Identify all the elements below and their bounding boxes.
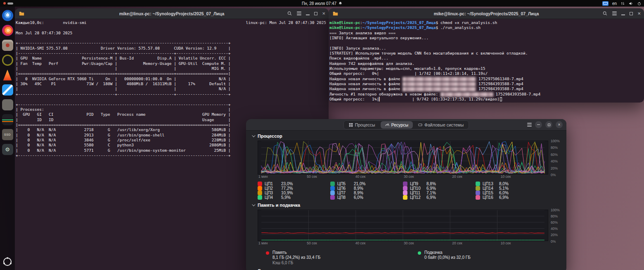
analysis-script-output: mike@linux-pc:~/SynologyProjects/2025_07… bbox=[329, 20, 642, 102]
cpu-legend-item: ЦП68,9% bbox=[330, 186, 403, 191]
window-title: mike@linux-pc: ~/SynologyProjects/2025_0… bbox=[329, 11, 644, 16]
tab-processes[interactable]: Процессы bbox=[344, 121, 380, 129]
cpu-legend-item: ЦП277,2% bbox=[258, 186, 330, 191]
screen-share-icon[interactable] bbox=[602, 1, 608, 6]
cpu-legend-item: ЦП521,0% bbox=[330, 182, 403, 186]
memory-legend: Память 8,1 ГБ (24,2%) из 33,4 ГБ Кэш 6,0… bbox=[258, 250, 406, 266]
cpu-legend-item: ЦП138,0% bbox=[476, 182, 548, 186]
swap-color-dot bbox=[418, 251, 421, 255]
memory-color-dot bbox=[266, 251, 269, 255]
maximize-button[interactable] bbox=[545, 121, 552, 128]
cpu-legend-item: ЦП166,9% bbox=[476, 195, 548, 200]
notification-bell-icon bbox=[339, 2, 342, 5]
app-icon-firefox[interactable] bbox=[2, 25, 13, 36]
memory-chart: 1 мин50 сек40 сек30 сек20 сек10 сек 100%… bbox=[258, 210, 548, 246]
redacted-text bbox=[402, 77, 476, 81]
clock: Пн, 28 июля 07:47 bbox=[302, 1, 336, 6]
cpu-section-header[interactable]: Процессор bbox=[246, 131, 566, 141]
folder-icon bbox=[19, 11, 24, 16]
cpu-legend-item: ЦП123,0% bbox=[258, 182, 330, 186]
memory-section-header[interactable]: Память и подкачка bbox=[246, 200, 566, 210]
cpu-legend-item: ЦП117,1% bbox=[403, 191, 476, 195]
app-icon-system-monitor[interactable] bbox=[2, 114, 13, 125]
app-icon-settings[interactable]: ⚙ bbox=[2, 144, 13, 155]
cpu-legend: ЦП123,0%ЦП277,2%ЦП310,9%ЦП45,9%ЦП521,0%Ц… bbox=[258, 182, 566, 200]
close-button[interactable]: × bbox=[637, 11, 641, 16]
app-icon-flame-a[interactable] bbox=[2, 69, 13, 81]
redacted-text bbox=[402, 82, 476, 86]
close-button[interactable]: × bbox=[556, 121, 563, 128]
cpu-legend-item: ЦП156,0% bbox=[476, 191, 548, 195]
redacted-text bbox=[402, 87, 476, 91]
app-icon-chromium[interactable] bbox=[2, 10, 13, 21]
cpu-legend-item: ЦП145,1% bbox=[476, 186, 548, 191]
resources-tab-icon bbox=[385, 123, 389, 127]
show-apps-ubuntu-logo[interactable] bbox=[3, 258, 12, 266]
search-icon[interactable] bbox=[287, 11, 292, 16]
terminal-left-titlebar[interactable]: mike@linux-pc: ~/SynologyProjects/2025_0… bbox=[15, 8, 329, 19]
menu-icon[interactable] bbox=[297, 12, 301, 15]
system-monitor-headerbar[interactable]: Процессы Ресурсы Файловые системы × bbox=[246, 119, 566, 131]
power-icon[interactable] bbox=[637, 1, 642, 6]
tab-filesystems[interactable]: Файловые системы bbox=[414, 121, 468, 129]
cpu-legend-item: ЦП98,8% bbox=[403, 182, 476, 186]
maximize-button[interactable] bbox=[314, 12, 317, 15]
redacted-text bbox=[440, 92, 493, 97]
minimize-button[interactable] bbox=[535, 121, 542, 128]
app-icon-editor[interactable] bbox=[2, 99, 13, 110]
recording-indicator-dot bbox=[3, 2, 6, 5]
cpu-legend-item: ЦП45,9% bbox=[258, 195, 330, 200]
app-icon-camera[interactable] bbox=[2, 55, 13, 66]
minimize-button[interactable] bbox=[306, 14, 310, 15]
terminal-cursor bbox=[500, 97, 502, 101]
cpu-legend-item: ЦП78,9% bbox=[330, 191, 403, 195]
cpu-legend-item: ЦП86,0% bbox=[330, 195, 403, 200]
app-icon-vscode[interactable] bbox=[2, 84, 13, 96]
minimize-button[interactable] bbox=[621, 14, 625, 15]
window-title: mike@linux-pc: ~/SynologyProjects/2025_0… bbox=[15, 11, 329, 16]
dock: SSD⚙ bbox=[0, 7, 15, 270]
app-icon-files[interactable] bbox=[2, 40, 13, 51]
folder-icon bbox=[333, 11, 338, 16]
app-icon-disks[interactable]: SSD bbox=[2, 129, 13, 140]
terminal-right-body[interactable]: mike@linux-pc:~/SynologyProjects/2025_07… bbox=[329, 19, 644, 103]
swap-legend: Подкачка 0 байт (0,0%) из 32,0 ГБ bbox=[406, 250, 471, 266]
menu-icon[interactable] bbox=[527, 123, 532, 126]
search-icon[interactable] bbox=[602, 11, 608, 16]
menu-icon[interactable] bbox=[612, 12, 617, 15]
clock-menu[interactable]: Пн, 28 июля 07:47 bbox=[302, 0, 342, 7]
maximize-button[interactable] bbox=[630, 12, 633, 15]
cpu-chart: 1 мин50 сек40 сек30 сек20 сек10 сек 100%… bbox=[258, 141, 548, 179]
system-monitor-window: Процессы Ресурсы Файловые системы × Проц… bbox=[246, 119, 566, 270]
terminal-right-titlebar[interactable]: mike@linux-pc: ~/SynologyProjects/2025_0… bbox=[329, 8, 644, 19]
terminal-window-right: mike@linux-pc: ~/SynologyProjects/2025_0… bbox=[329, 8, 644, 103]
close-button[interactable]: × bbox=[322, 11, 325, 16]
chevron-down-icon bbox=[252, 268, 255, 270]
volume-icon[interactable] bbox=[629, 1, 633, 6]
top-bar: Пн, 28 июля 07:47 en bbox=[0, 0, 644, 7]
processes-tab-icon bbox=[349, 123, 353, 127]
network-traffic-icon[interactable] bbox=[620, 1, 625, 6]
cpu-legend-item: ЦП310,9% bbox=[258, 191, 330, 195]
chevron-down-icon bbox=[252, 203, 255, 206]
chevron-down-icon bbox=[252, 134, 255, 137]
watch-header: Каждые10,0с: nvidia-smi linux-pc: Mon Ju… bbox=[16, 20, 326, 25]
system-tray: en bbox=[602, 0, 642, 7]
workspace-pill bbox=[7, 2, 13, 5]
cpu-legend-item: ЦП126,9% bbox=[403, 195, 476, 200]
view-switcher: Процессы Ресурсы Файловые системы bbox=[343, 120, 469, 129]
filesystems-tab-icon bbox=[418, 123, 422, 127]
keyboard-layout[interactable]: en bbox=[612, 1, 617, 6]
workspace-indicator[interactable] bbox=[3, 0, 13, 7]
tab-resources[interactable]: Ресурсы bbox=[381, 121, 413, 129]
network-section-header[interactable]: Сеть bbox=[246, 265, 566, 270]
cpu-legend-item: ЦП106,9% bbox=[403, 186, 476, 191]
